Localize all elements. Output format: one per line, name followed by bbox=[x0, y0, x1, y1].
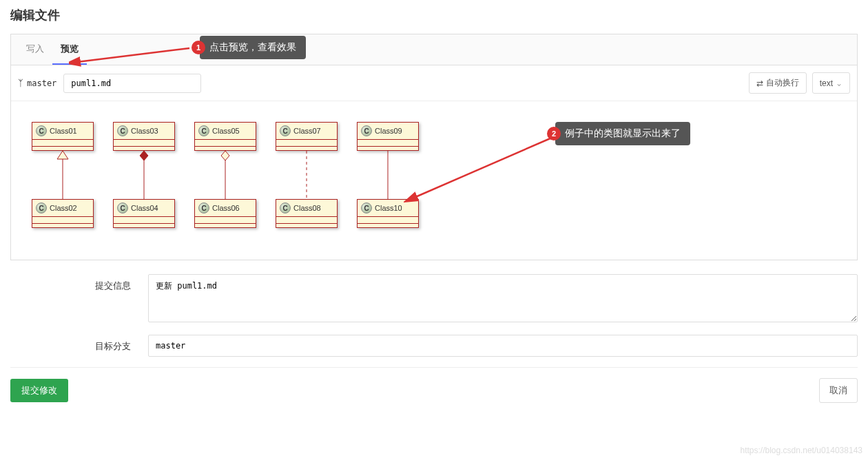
class-box: CClass08 bbox=[276, 199, 338, 228]
class-box: CClass05 bbox=[194, 122, 256, 151]
class-icon: C bbox=[36, 202, 47, 214]
branch-name: master bbox=[27, 79, 56, 88]
class-icon: C bbox=[198, 125, 209, 136]
class-icon: C bbox=[361, 125, 372, 136]
class-icon: C bbox=[117, 202, 128, 214]
class-icon: C bbox=[198, 202, 209, 214]
class-box: CClass07 bbox=[276, 122, 338, 151]
class-box: CClass09 bbox=[357, 122, 419, 151]
submit-button[interactable]: 提交修改 bbox=[10, 379, 68, 402]
uml-connector-inherit bbox=[32, 151, 94, 199]
uml-connector-aggregation bbox=[194, 151, 256, 199]
cancel-button[interactable]: 取消 bbox=[819, 378, 858, 403]
footer-actions: 提交修改 取消 bbox=[10, 367, 858, 403]
branch-indicator[interactable]: ᛉ master bbox=[18, 78, 56, 88]
class-box: CClass02 bbox=[32, 199, 94, 228]
uml-connector-composition bbox=[113, 151, 175, 199]
editor-toolbar: ᛉ master ⇄ 自动换行 text ⌄ bbox=[11, 65, 857, 101]
target-branch-label: 目标分支 bbox=[10, 335, 148, 357]
git-branch-icon: ᛉ bbox=[18, 78, 23, 88]
class-box: CClass03 bbox=[113, 122, 175, 151]
class-box: CClass01 bbox=[32, 122, 94, 151]
svg-marker-5 bbox=[221, 151, 229, 160]
svg-marker-1 bbox=[57, 151, 68, 159]
commit-form: 提交信息 目标分支 bbox=[10, 274, 858, 357]
wrap-icon: ⇄ bbox=[756, 79, 763, 88]
class-icon: C bbox=[361, 202, 372, 214]
mode-select[interactable]: text ⌄ bbox=[812, 72, 850, 94]
callout-badge-2: 2 bbox=[547, 127, 561, 140]
preview-area: CClass01 CClass02 CClass03 CClass04 CCla… bbox=[11, 101, 857, 260]
svg-marker-3 bbox=[140, 151, 148, 160]
tab-bar: 写入 预览 bbox=[11, 34, 857, 65]
filename-input[interactable] bbox=[63, 74, 201, 93]
page-title: 编辑文件 bbox=[10, 7, 858, 23]
callout-badge-1: 1 bbox=[192, 41, 205, 54]
uml-connector-association bbox=[357, 151, 419, 199]
class-pair: CClass05 CClass06 bbox=[194, 122, 256, 228]
class-pair: CClass01 CClass02 bbox=[32, 122, 94, 228]
wrap-button[interactable]: ⇄ 自动换行 bbox=[749, 72, 807, 94]
uml-connector-dependency bbox=[276, 151, 338, 199]
uml-diagram: CClass01 CClass02 CClass03 CClass04 CCla… bbox=[32, 122, 836, 228]
callout-2: 2 例子中的类图就显示出来了 bbox=[555, 122, 690, 145]
class-icon: C bbox=[280, 202, 291, 214]
class-icon: C bbox=[280, 125, 291, 136]
class-icon: C bbox=[117, 125, 128, 136]
callout-1: 1 点击预览，查看效果 bbox=[200, 36, 306, 59]
class-pair: CClass03 CClass04 bbox=[113, 122, 175, 228]
class-icon: C bbox=[36, 125, 47, 136]
chevron-down-icon: ⌄ bbox=[836, 79, 843, 88]
editor-container: 写入 预览 ᛉ master ⇄ 自动换行 text ⌄ CClass01 CC… bbox=[10, 34, 858, 260]
tab-preview[interactable]: 预览 bbox=[52, 34, 87, 65]
class-pair: CClass09 CClass10 bbox=[357, 122, 419, 228]
tab-write[interactable]: 写入 bbox=[18, 34, 52, 65]
class-box: CClass06 bbox=[194, 199, 256, 228]
commit-message-input[interactable] bbox=[148, 274, 858, 322]
target-branch-input[interactable] bbox=[148, 335, 858, 357]
class-box: CClass10 bbox=[357, 199, 419, 228]
class-pair: CClass07 CClass08 bbox=[276, 122, 338, 228]
commit-message-label: 提交信息 bbox=[10, 274, 148, 324]
class-box: CClass04 bbox=[113, 199, 175, 228]
